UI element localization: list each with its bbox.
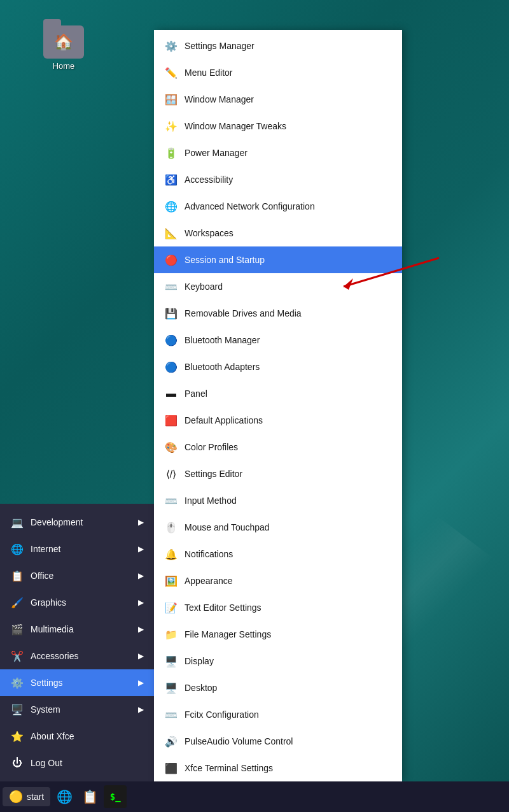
accessibility-label: Accessibility: [185, 175, 233, 185]
left-menu-item-graphics[interactable]: 🖌️Graphics▶: [0, 589, 154, 616]
power-manager-label: Power Manager: [185, 148, 248, 158]
bluetooth-adapters-label: Bluetooth Adapters: [185, 362, 260, 372]
settings-item-removable-drives[interactable]: 💾Removable Drives and Media: [154, 300, 402, 327]
settings-submenu: ⚙️Settings Manager✏️Menu Editor🪟Window M…: [154, 30, 402, 781]
left-menu-item-about[interactable]: ⭐About Xfce: [0, 723, 154, 750]
left-menu-item-logout[interactable]: ⏻Log Out: [0, 750, 154, 776]
settings-item-bluetooth-adapters[interactable]: 🔵Bluetooth Adapters: [154, 353, 402, 380]
development-arrow-icon: ▶: [138, 518, 144, 527]
left-menu-item-internet[interactable]: 🌐Internet▶: [0, 536, 154, 562]
start-label: start: [27, 792, 44, 802]
settings-item-settings-manager[interactable]: ⚙️Settings Manager: [154, 32, 402, 59]
taskbar-globe-icon[interactable]: 🌐: [53, 785, 76, 808]
home-label: Home: [38, 61, 89, 71]
logout-menu-icon: ⏻: [10, 756, 24, 770]
settings-item-mouse-touchpad[interactable]: 🖱️Mouse and Touchpad: [154, 514, 402, 541]
notifications-label: Notifications: [185, 549, 233, 559]
settings-item-file-manager-settings[interactable]: 📁File Manager Settings: [154, 621, 402, 648]
settings-item-fcitx[interactable]: ⌨️Fcitx Configuration: [154, 701, 402, 728]
advanced-network-label: Advanced Network Configuration: [185, 201, 315, 211]
settings-item-power-manager[interactable]: 🔋Power Manager: [154, 139, 402, 166]
taskbar-terminal-icon[interactable]: $_: [104, 785, 127, 808]
accessories-menu-label: Accessories: [31, 651, 78, 661]
settings-item-notifications[interactable]: 🔔Notifications: [154, 541, 402, 567]
notifications-icon: 🔔: [164, 547, 178, 561]
internet-menu-label: Internet: [31, 544, 60, 554]
xfce-terminal-label: Xfce Terminal Settings: [185, 763, 273, 773]
taskbar-files-icon[interactable]: 📋: [78, 785, 101, 808]
settings-item-settings-editor[interactable]: ⟨/⟩Settings Editor: [154, 460, 402, 487]
start-button[interactable]: 🟡 start: [3, 787, 50, 806]
left-menu-item-development[interactable]: 💻Development▶: [0, 509, 154, 536]
settings-item-menu-editor[interactable]: ✏️Menu Editor: [154, 59, 402, 86]
left-menu-item-accessories[interactable]: ✂️Accessories▶: [0, 643, 154, 669]
mouse-touchpad-label: Mouse and Touchpad: [185, 522, 270, 532]
left-menu-item-multimedia[interactable]: 🎬Multimedia▶: [0, 616, 154, 643]
settings-item-input-method[interactable]: ⌨️Input Method: [154, 487, 402, 514]
settings-manager-label: Settings Manager: [185, 41, 254, 51]
settings-item-advanced-network[interactable]: 🌐Advanced Network Configuration: [154, 193, 402, 220]
settings-item-default-applications[interactable]: 🟥Default Applications: [154, 407, 402, 434]
file-manager-settings-icon: 📁: [164, 627, 178, 641]
default-applications-icon: 🟥: [164, 413, 178, 427]
settings-item-session-startup[interactable]: 🔴Session and Startup: [154, 246, 402, 273]
session-startup-label: Session and Startup: [185, 255, 265, 265]
settings-item-bluetooth-manager[interactable]: 🔵Bluetooth Manager: [154, 327, 402, 353]
text-editor-settings-icon: 📝: [164, 601, 178, 615]
pulseaudio-icon: 🔊: [164, 734, 178, 748]
settings-item-text-editor-settings[interactable]: 📝Text Editor Settings: [154, 594, 402, 621]
desktop-label: Desktop: [185, 683, 217, 693]
multimedia-arrow-icon: ▶: [138, 625, 144, 634]
development-menu-label: Development: [31, 517, 83, 527]
settings-item-display[interactable]: 🖥️Display: [154, 648, 402, 674]
settings-item-desktop[interactable]: 🖥️Desktop: [154, 674, 402, 701]
settings-item-appearance[interactable]: 🖼️Appearance: [154, 567, 402, 594]
panel-icon: ▬: [164, 387, 178, 401]
office-arrow-icon: ▶: [138, 571, 144, 580]
menu-editor-icon: ✏️: [164, 66, 178, 80]
left-menu-item-settings[interactable]: ⚙️Settings▶: [0, 669, 154, 696]
taskbar: 🟡 start 🌐 📋 $_: [0, 781, 509, 812]
settings-item-keyboard[interactable]: ⌨️Keyboard: [154, 273, 402, 300]
appearance-icon: 🖼️: [164, 574, 178, 588]
settings-editor-icon: ⟨/⟩: [164, 467, 178, 481]
accessibility-icon: ♿: [164, 173, 178, 187]
office-menu-label: Office: [31, 571, 53, 581]
window-manager-label: Window Manager: [185, 94, 254, 104]
keyboard-icon: ⌨️: [164, 280, 178, 294]
left-application-menu: 💻Development▶🌐Internet▶📋Office▶🖌️Graphic…: [0, 504, 154, 781]
settings-item-pulseaudio[interactable]: 🔊PulseAudio Volume Control: [154, 728, 402, 755]
removable-drives-icon: 💾: [164, 306, 178, 320]
accessories-arrow-icon: ▶: [138, 652, 144, 660]
left-menu-item-office[interactable]: 📋Office▶: [0, 562, 154, 589]
about-menu-label: About Xfce: [31, 731, 74, 741]
multimedia-menu-icon: 🎬: [10, 622, 24, 636]
advanced-network-icon: 🌐: [164, 199, 178, 213]
keyboard-label: Keyboard: [185, 281, 223, 292]
left-menu-item-system[interactable]: 🖥️System▶: [0, 696, 154, 723]
color-profiles-label: Color Profiles: [185, 442, 238, 452]
graphics-menu-icon: 🖌️: [10, 595, 24, 609]
menu-editor-label: Menu Editor: [185, 68, 232, 78]
pulseaudio-label: PulseAudio Volume Control: [185, 736, 293, 746]
settings-item-window-manager[interactable]: 🪟Window Manager: [154, 86, 402, 113]
panel-label: Panel: [185, 388, 207, 399]
internet-arrow-icon: ▶: [138, 545, 144, 553]
settings-item-xfce-terminal[interactable]: ⬛Xfce Terminal Settings: [154, 755, 402, 781]
settings-manager-icon: ⚙️: [164, 39, 178, 53]
settings-arrow-icon: ▶: [138, 678, 144, 687]
settings-item-workspaces[interactable]: 📐Workspaces: [154, 220, 402, 246]
power-manager-icon: 🔋: [164, 146, 178, 160]
logout-menu-label: Log Out: [31, 758, 62, 768]
window-manager-icon: 🪟: [164, 92, 178, 106]
settings-item-accessibility[interactable]: ♿Accessibility: [154, 166, 402, 193]
bluetooth-adapters-icon: 🔵: [164, 360, 178, 374]
settings-item-window-manager-tweaks[interactable]: ✨Window Manager Tweaks: [154, 113, 402, 139]
fcitx-icon: ⌨️: [164, 708, 178, 722]
settings-item-color-profiles[interactable]: 🎨Color Profiles: [154, 434, 402, 460]
window-manager-tweaks-icon: ✨: [164, 119, 178, 133]
home-icon[interactable]: Home: [38, 25, 89, 71]
text-editor-settings-label: Text Editor Settings: [185, 602, 261, 613]
display-icon: 🖥️: [164, 654, 178, 668]
settings-item-panel[interactable]: ▬Panel: [154, 380, 402, 407]
